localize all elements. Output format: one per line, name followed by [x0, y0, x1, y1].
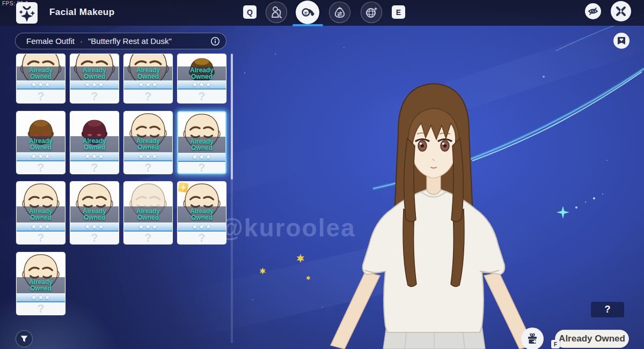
star-icons: ★★★: [31, 153, 51, 160]
item-placeholder-area: ?: [178, 232, 226, 244]
owned-label: Already Owned: [22, 208, 60, 221]
teal-sparkle-icon: [557, 206, 569, 219]
filter-button[interactable]: [16, 330, 33, 347]
makeup-item-card[interactable]: Already Owned ★★★ ?: [177, 54, 226, 103]
app-window: @kuroolea: [0, 0, 644, 349]
page-title: Facial Makeup: [49, 7, 114, 18]
question-placeholder: ?: [91, 161, 98, 175]
item-placeholder-area: ?: [17, 90, 65, 103]
star-icons: ★★★: [138, 223, 158, 230]
makeup-item-card[interactable]: Already Owned ★★★ ?: [123, 54, 173, 103]
owned-label: Already Owned: [183, 208, 221, 221]
makeup-item-card[interactable]: Already Owned ★★★ ?: [123, 111, 173, 174]
question-placeholder: ?: [144, 161, 151, 175]
question-placeholder: ?: [198, 231, 205, 245]
owned-banner: Already Owned: [124, 206, 172, 222]
owned-banner: Already Owned: [124, 66, 172, 80]
dressing-room-logo-icon: [16, 2, 38, 24]
rarity-stars: ★★★: [124, 222, 172, 231]
funnel-icon: [19, 334, 29, 344]
makeup-item-card[interactable]: Already Owned ★★★ ?: [177, 181, 226, 244]
rarity-stars: ★★★: [17, 293, 65, 301]
character-render: [311, 32, 553, 349]
key-hint-e: E: [392, 5, 405, 19]
makeup-item-card[interactable]: Already Owned ★★★ ?: [70, 111, 119, 174]
makeup-item-card[interactable]: Already Owned ★★★ ?: [16, 54, 65, 103]
owned-banner: Already Owned: [178, 137, 225, 153]
bookmark-heart-icon: [617, 36, 626, 46]
key-hint-f: F: [551, 340, 560, 348]
item-placeholder-area: ?: [178, 90, 226, 103]
makeup-item-card[interactable]: Already Owned ★★★ ?: [16, 111, 65, 174]
key-hint-q: Q: [243, 5, 257, 19]
gift-button[interactable]: [521, 328, 544, 349]
info-icon: [210, 36, 220, 46]
star-icons: ★★★: [84, 223, 105, 230]
item-placeholder-area: ?: [17, 302, 65, 315]
outfit-icon: [269, 5, 283, 19]
rarity-stars: ★★★: [178, 80, 226, 88]
already-owned-action-button[interactable]: Already Owned: [555, 330, 629, 348]
item-placeholder-area: ?: [17, 161, 65, 174]
rarity-stars: ★★★: [17, 80, 65, 88]
rarity-stars: ★★★: [70, 80, 119, 88]
tab-dye-pouch[interactable]: [329, 2, 350, 23]
owned-label: Already Owned: [22, 279, 60, 292]
makeup-brush-icon: [301, 5, 314, 19]
outfit-header-pill: Female Outfit · "Butterfly Rest at Dusk": [15, 33, 226, 49]
favorites-button[interactable]: [613, 33, 630, 49]
owned-label: Already Owned: [76, 208, 113, 221]
info-button[interactable]: [210, 36, 221, 47]
scrollbar-thumb[interactable]: [231, 54, 233, 180]
makeup-item-card[interactable]: Already Owned ★★★ ?: [16, 181, 65, 244]
star-icons: ★★★: [31, 223, 51, 230]
rarity-stars: ★★★: [70, 152, 119, 160]
active-tab-underline: [292, 24, 323, 26]
tab-outfit[interactable]: [266, 2, 287, 23]
rarity-stars: ★★★: [178, 153, 225, 161]
rarity-stars: ★★★: [17, 152, 65, 160]
owned-banner: Already Owned: [70, 206, 119, 222]
question-placeholder: ?: [37, 90, 44, 103]
sphere-icon: [364, 5, 378, 19]
star-icons: ★★★: [192, 223, 212, 230]
star-icons: ★★★: [31, 294, 51, 301]
gift-icon: [526, 332, 539, 345]
owned-banner: Already Owned: [124, 136, 172, 152]
makeup-item-card[interactable]: Already Owned ★★★ ?: [70, 181, 119, 244]
star-icons: ★★★: [138, 153, 158, 160]
hide-ui-button[interactable]: [585, 3, 601, 19]
question-placeholder: ?: [37, 161, 44, 175]
rarity-stars: ★★★: [17, 222, 65, 231]
owned-label: Already Owned: [129, 67, 167, 80]
owned-banner: Already Owned: [17, 66, 65, 80]
makeup-item-card[interactable]: Already Owned ★★★ ?: [70, 54, 119, 103]
makeup-item-card[interactable]: Already Owned ★★★ ?: [177, 111, 226, 174]
tab-facial-makeup[interactable]: [296, 1, 319, 24]
owned-banner: Already Owned: [17, 277, 65, 293]
tab-accessory[interactable]: [361, 2, 382, 23]
makeup-item-card[interactable]: Already Owned ★★★ ?: [16, 252, 65, 315]
rarity-stars: ★★★: [178, 222, 226, 231]
item-placeholder-area: ?: [124, 90, 172, 103]
close-button[interactable]: [611, 1, 631, 21]
outfit-name: "Butterfly Rest at Dusk": [88, 36, 172, 46]
owned-label: Already Owned: [76, 138, 113, 151]
character-viewport[interactable]: [311, 32, 553, 349]
help-hint: ?: [591, 302, 624, 317]
question-placeholder: ?: [37, 231, 44, 245]
owned-banner: Already Owned: [70, 136, 119, 152]
star-icons: ★★★: [84, 153, 105, 160]
owned-label: Already Owned: [183, 67, 221, 80]
star-icons: ★★★: [192, 153, 212, 160]
makeup-item-card[interactable]: Already Owned ★★★ ?: [123, 181, 173, 244]
grid-scrollbar[interactable]: [231, 54, 233, 343]
gold-star-icon: [306, 276, 311, 280]
item-placeholder-area: ?: [70, 90, 119, 103]
rarity-stars: ★★★: [124, 80, 172, 88]
gold-star-icon: [296, 254, 305, 263]
owned-banner: Already Owned: [17, 206, 65, 222]
owned-banner: Already Owned: [178, 66, 226, 80]
question-placeholder: ?: [144, 90, 151, 103]
item-placeholder-area: ?: [124, 232, 172, 244]
